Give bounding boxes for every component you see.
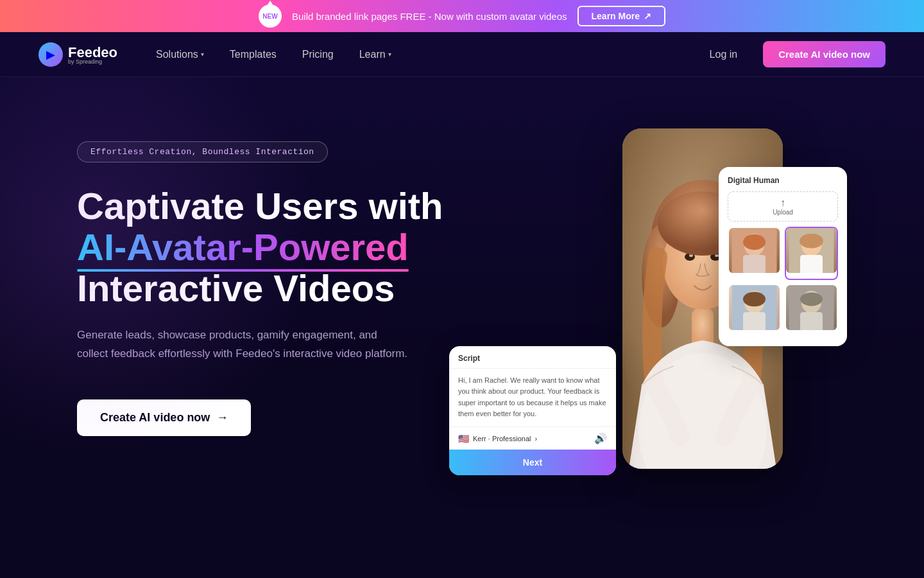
avatar-grid	[728, 227, 838, 337]
svg-point-16	[743, 234, 766, 250]
hero-content: Effortless Creation, Boundless Interacti…	[77, 128, 462, 436]
login-button[interactable]: Log in	[710, 49, 738, 60]
nav-pricing[interactable]: Pricing	[302, 46, 334, 63]
logo-name: Feedeo	[68, 44, 117, 60]
svg-rect-17	[743, 255, 766, 273]
digital-human-panel: Digital Human ↑ Upload	[719, 167, 847, 346]
hero-title-gradient: AI-Avatar-Powered	[77, 227, 409, 268]
digital-human-title: Digital Human	[728, 176, 838, 185]
hero-description: Generate leads, showcase products, gamif…	[77, 326, 411, 363]
script-next-button[interactable]: Next	[449, 450, 616, 475]
avatar-thumb-2[interactable]	[785, 227, 838, 280]
hero-badge: Effortless Creation, Boundless Interacti…	[77, 141, 328, 162]
nav-templates[interactable]: Templates	[230, 46, 277, 63]
hero-cta-button[interactable]: Create AI video now →	[77, 399, 251, 436]
chevron-icon: ›	[535, 435, 537, 442]
upload-label: Upload	[773, 209, 793, 216]
upload-button[interactable]: ↑ Upload	[728, 191, 838, 222]
nav-solutions[interactable]: Solutions ▾	[156, 46, 204, 63]
script-panel: Script Hi, I am Rachel. We really want t…	[449, 346, 616, 475]
svg-rect-21	[800, 255, 823, 273]
hero-visual: Digital Human ↑ Upload	[462, 128, 847, 488]
script-header: Script	[449, 346, 616, 369]
promo-banner: NEW Build branded link pages FREE - Now …	[0, 0, 924, 32]
learn-chevron-icon: ▾	[388, 51, 391, 58]
navbar: ▶ Feedeo by Spreading Solutions ▾ Templa…	[0, 32, 924, 77]
banner-learn-more-button[interactable]: Learn More ↗	[578, 6, 665, 26]
banner-text: Build branded link pages FREE - Now with…	[292, 11, 567, 22]
hero-title: Captivate Users with AI-Avatar-Powered I…	[77, 186, 462, 308]
avatar-thumb-4[interactable]	[785, 284, 838, 337]
svg-point-24	[743, 292, 766, 307]
voice-info: 🇺🇸 Kerr · Professional ›	[458, 434, 537, 444]
solutions-chevron-icon: ▾	[201, 51, 204, 58]
logo[interactable]: ▶ Feedeo by Spreading	[38, 42, 117, 67]
nav-cta-button[interactable]: Create AI video now	[763, 41, 886, 67]
svg-rect-29	[800, 312, 823, 330]
flag-icon: 🇺🇸	[458, 434, 469, 444]
script-body: Hi, I am Rachel. We really want to know …	[449, 369, 616, 426]
script-voice-selector[interactable]: 🇺🇸 Kerr · Professional › 🔊	[449, 426, 616, 450]
avatar-thumb-3[interactable]	[728, 284, 781, 337]
hero-section: Effortless Creation, Boundless Interacti…	[0, 77, 924, 578]
logo-icon: ▶	[38, 42, 63, 67]
svg-point-28	[800, 292, 823, 306]
arrow-icon: →	[216, 411, 228, 425]
svg-rect-25	[743, 312, 766, 330]
upload-icon: ↑	[780, 197, 785, 209]
avatar-thumb-1[interactable]	[728, 227, 781, 280]
nav-learn[interactable]: Learn ▾	[359, 46, 391, 63]
new-badge: NEW	[259, 4, 282, 28]
logo-text-block: Feedeo by Spreading	[68, 44, 117, 65]
volume-icon[interactable]: 🔊	[594, 432, 607, 444]
svg-point-20	[800, 234, 823, 249]
voice-label: Kerr · Professional	[473, 435, 531, 442]
